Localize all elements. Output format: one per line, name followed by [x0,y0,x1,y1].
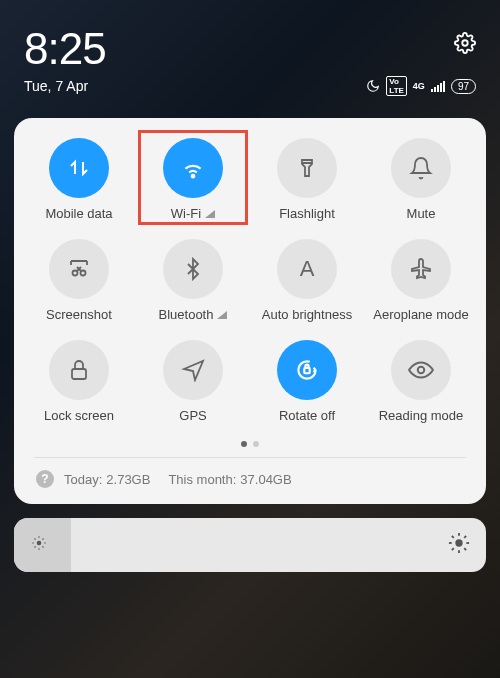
svg-rect-2 [434,87,436,92]
bluetooth-icon [163,239,223,299]
svg-rect-11 [304,368,309,373]
svg-point-7 [73,271,78,276]
lock-screen-tile[interactable]: Lock screen [26,340,132,423]
tile-label: Bluetooth [159,307,228,322]
tile-label: Flashlight [279,206,335,221]
wifi-icon [163,138,223,198]
screenshot-tile[interactable]: Screenshot [26,239,132,322]
page-dot [253,441,259,447]
quick-settings-panel: Mobile data Wi-Fi Flashlight Mute [14,118,486,504]
svg-point-0 [462,40,468,46]
svg-rect-9 [72,369,86,379]
data-usage[interactable]: ? Today: 2.73GB This month: 37.04GB [26,458,474,494]
usage-month-value: 37.04GB [240,472,291,487]
tile-label: Aeroplane mode [373,307,468,322]
svg-rect-4 [440,83,442,92]
status-icons: VoLTE 4G 97 [366,76,476,96]
aeroplane-mode-tile[interactable]: Aeroplane mode [368,239,474,322]
signal-triangle-icon [217,311,227,319]
svg-point-12 [418,367,425,374]
tile-label: Mobile data [45,206,112,221]
tile-label: Rotate off [279,408,335,423]
rotate-tile[interactable]: Rotate off [254,340,360,423]
bluetooth-tile[interactable]: Bluetooth [140,239,246,322]
signal-triangle-icon [205,210,215,218]
settings-icon[interactable] [454,32,476,58]
tile-label: Reading mode [379,408,464,423]
svg-point-6 [192,175,195,178]
page-dot [241,441,247,447]
brightness-slider[interactable] [14,518,486,572]
lock-icon [49,340,109,400]
svg-line-21 [42,539,43,540]
svg-line-20 [35,546,36,547]
tiles-grid: Mobile data Wi-Fi Flashlight Mute [26,138,474,423]
dnd-icon [366,79,380,93]
tile-label: Lock screen [44,408,114,423]
mute-tile[interactable]: Mute [368,138,474,221]
airplane-icon [391,239,451,299]
rotate-lock-icon [277,340,337,400]
svg-line-29 [452,548,454,550]
svg-rect-1 [431,89,433,92]
svg-line-18 [35,539,36,540]
tile-label: Wi-Fi [171,206,215,221]
status-area: 8:25 Tue, 7 Apr VoLTE 4G 97 [0,0,500,108]
mobile-data-icon [49,138,109,198]
tile-label: Auto brightness [262,307,352,322]
svg-rect-3 [437,85,439,92]
tile-label: Mute [407,206,436,221]
flashlight-icon [277,138,337,198]
svg-rect-5 [443,81,445,92]
gps-tile[interactable]: GPS [140,340,246,423]
svg-line-27 [452,536,454,538]
svg-line-19 [42,546,43,547]
volte-icon: VoLTE [386,76,407,96]
sun-low-icon [30,534,48,556]
battery-indicator: 97 [451,79,476,94]
network-icon: 4G [413,81,425,91]
clock-row: 8:25 [24,24,476,74]
sun-high-icon [448,532,470,558]
usage-month-label: This month: [168,472,236,487]
auto-brightness-icon: A [277,239,337,299]
navigation-icon [163,340,223,400]
svg-point-8 [81,271,86,276]
flashlight-tile[interactable]: Flashlight [254,138,360,221]
signal-icon [431,80,445,92]
svg-point-22 [455,539,462,546]
bell-icon [391,138,451,198]
tile-label: Screenshot [46,307,112,322]
eye-icon [391,340,451,400]
svg-point-13 [37,541,42,546]
clock: 8:25 [24,24,106,74]
svg-line-30 [464,536,466,538]
wifi-tile[interactable]: Wi-Fi [140,138,246,221]
usage-today-value: 2.73GB [106,472,150,487]
mobile-data-tile[interactable]: Mobile data [26,138,132,221]
date: Tue, 7 Apr [24,78,88,94]
page-indicator[interactable] [26,441,474,447]
date-row: Tue, 7 Apr VoLTE 4G 97 [24,76,476,96]
tile-label: GPS [179,408,206,423]
reading-mode-tile[interactable]: Reading mode [368,340,474,423]
info-icon: ? [36,470,54,488]
auto-brightness-tile[interactable]: A Auto brightness [254,239,360,322]
usage-today-label: Today: [64,472,102,487]
scissors-icon [49,239,109,299]
svg-line-28 [464,548,466,550]
